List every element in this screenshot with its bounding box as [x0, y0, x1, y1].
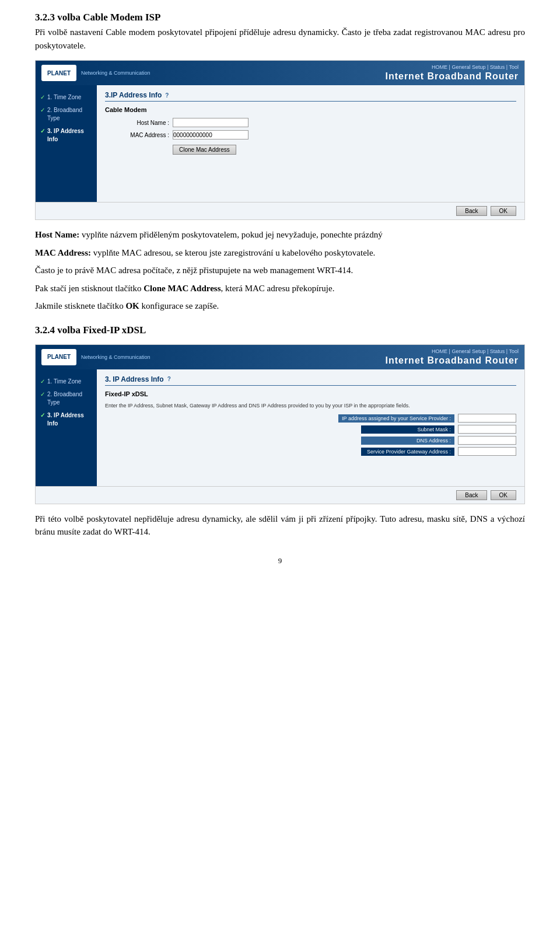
desc-mac: MAC Address: vyplňte MAC adresou, se kte…: [35, 246, 525, 260]
para4-pre: Pak stačí jen stisknout tlačítko: [35, 284, 144, 293]
content-title-1: 3.IP Address Info ?: [105, 91, 516, 102]
form-row-mac: MAC Address :: [105, 130, 516, 139]
mac-label: MAC Address :: [105, 132, 169, 138]
router-sidebar-2: ✓ 1. Time Zone ✓ 2. Broadband Type ✓ 3. …: [36, 369, 97, 486]
sidebar-item-timezone-2: ✓ 1. Time Zone: [36, 375, 97, 388]
router-screenshot-2: PLANET Networking & Communication HOME |…: [35, 344, 525, 504]
para4: Pak stačí jen stisknout tlačítko Clone M…: [35, 282, 525, 295]
check-ipinfo-1: ✓: [40, 127, 45, 135]
hostname-desc: vyplňte názvem přiděleným poskytovatelem…: [79, 230, 382, 239]
form-row-hostname: Host Name :: [105, 118, 516, 127]
ip-form-row-1: IP address assigned by your Service Prov…: [105, 414, 516, 423]
sidebar-label-ipinfo-1: 3. IP Address Info: [47, 127, 92, 144]
ip-form-row-2: Subnet Mask :: [105, 425, 516, 434]
ip-label-3: DNS Address :: [361, 437, 454, 445]
logo-area-1: PLANET Networking & Communication: [41, 65, 150, 81]
hostname-input[interactable]: [173, 118, 249, 127]
mac-term: MAC Address:: [35, 248, 91, 257]
sidebar-item-broadband-2: ✓ 2. Broadband Type: [36, 388, 97, 409]
content-description-2: Enter the IP Address, Subnet Mask, Gatew…: [105, 402, 516, 410]
sidebar-label-broadband-2: 2. Broadband Type: [47, 390, 92, 407]
logo-subtext-1: Networking & Communication: [81, 70, 150, 76]
para5-rest: konfigurace se zapíše.: [139, 301, 219, 310]
hostname-label: Host Name :: [105, 120, 169, 126]
router-screenshot-1: PLANET Networking & Communication HOME |…: [35, 60, 525, 220]
logo-area-2: PLANET Networking & Communication: [41, 349, 150, 365]
form-row-clone: Clone Mac Address: [105, 142, 516, 155]
para5-bold: OK: [125, 301, 139, 310]
para5: Jakmile stisknete tlačítko OK konfigurac…: [35, 299, 525, 313]
hostname-term: Host Name:: [35, 230, 79, 239]
ip-input-3[interactable]: [458, 436, 516, 445]
para4-rest: , která MAC adresu překopíruje.: [220, 284, 334, 293]
content-title-text-2: 3. IP Address Info: [105, 375, 164, 383]
content-title-2: 3. IP Address Info ?: [105, 375, 516, 386]
router-content-2: 3. IP Address Info ? Fixed-IP xDSL Enter…: [97, 369, 524, 486]
ip-form-row-3: DNS Address :: [105, 436, 516, 445]
router-body-1: ✓ 1. Time Zone ✓ 2. Broadband Type ✓ 3. …: [36, 85, 524, 202]
router-header-1: PLANET Networking & Communication HOME |…: [36, 61, 524, 85]
sidebar-item-ipinfo-1: ✓ 3. IP Address Info: [36, 125, 97, 146]
section-heading-1: 3.2.3 volba Cable Modem ISP: [35, 12, 525, 23]
sidebar-label-broadband-1: 2. Broadband Type: [47, 106, 92, 123]
check-timezone-1: ✓: [40, 93, 45, 102]
section2-para1: Při této volbě poskytovatel nepřiděluje …: [35, 512, 525, 539]
content-subtitle-2: Fixed-IP xDSL: [105, 390, 516, 397]
ip-input-4[interactable]: [458, 447, 516, 456]
logo-text-1: PLANET: [47, 70, 71, 76]
back-button-1[interactable]: Back: [456, 206, 487, 216]
section-heading-2: 3.2.4 volba Fixed-IP xDSL: [35, 324, 525, 336]
ok-button-1[interactable]: OK: [491, 206, 516, 216]
check-ipinfo-2: ✓: [40, 411, 45, 420]
page-number: 9: [35, 556, 525, 566]
router-footer-1: Back OK: [36, 202, 524, 219]
header-right-1: HOME | General Setup | Status | Tool Int…: [385, 64, 519, 82]
sidebar-label-timezone-1: 1. Time Zone: [47, 93, 81, 102]
router-title-2: Internet Broadband Router: [385, 355, 519, 366]
ip-label-1: IP address assigned by your Service Prov…: [338, 414, 454, 423]
desc-hostname: Host Name: vyplňte názvem přiděleným pos…: [35, 228, 525, 242]
mac-input[interactable]: [173, 130, 249, 139]
ip-form-row-4: Service Provider Gateway Address :: [105, 447, 516, 456]
help-icon-2: ?: [167, 376, 171, 382]
ok-button-2[interactable]: OK: [491, 490, 516, 500]
para5-pre: Jakmile stisknete tlačítko: [35, 301, 125, 310]
ip-input-1[interactable]: [458, 414, 516, 423]
logo-subtext-2: Networking & Communication: [81, 354, 150, 360]
router-header-2: PLANET Networking & Communication HOME |…: [36, 345, 524, 369]
router-content-1: 3.IP Address Info ? Cable Modem Host Nam…: [97, 85, 524, 202]
ip-input-2[interactable]: [458, 425, 516, 434]
nav-links-2: HOME | General Setup | Status | Tool: [385, 348, 519, 354]
back-button-2[interactable]: Back: [456, 490, 487, 500]
check-timezone-2: ✓: [40, 378, 45, 386]
section1-intro: Při volbě nastavení Cable modem poskytov…: [35, 26, 525, 52]
ip-label-2: Subnet Mask :: [361, 425, 454, 434]
check-broadband-2: ✓: [40, 390, 45, 399]
content-title-text-1: 3.IP Address Info: [105, 91, 162, 99]
router-body-2: ✓ 1. Time Zone ✓ 2. Broadband Type ✓ 3. …: [36, 369, 524, 486]
logo-text-2: PLANET: [47, 354, 71, 360]
router-sidebar-1: ✓ 1. Time Zone ✓ 2. Broadband Type ✓ 3. …: [36, 85, 97, 202]
planet-logo-2: PLANET: [41, 349, 76, 365]
check-broadband-1: ✓: [40, 106, 45, 114]
planet-logo-1: PLANET: [41, 65, 76, 81]
sidebar-item-broadband-1: ✓ 2. Broadband Type: [36, 104, 97, 125]
nav-links-1: HOME | General Setup | Status | Tool: [385, 64, 519, 70]
header-right-2: HOME | General Setup | Status | Tool Int…: [385, 348, 519, 366]
router-footer-2: Back OK: [36, 486, 524, 504]
sidebar-item-timezone-1: ✓ 1. Time Zone: [36, 91, 97, 104]
mac-desc: vyplňte MAC adresou, se kterou jste zare…: [91, 248, 375, 257]
clone-mac-button[interactable]: Clone Mac Address: [173, 145, 236, 155]
sidebar-item-ipinfo-2: ✓ 3. IP Address Info: [36, 409, 97, 430]
para3: Často je to právě MAC adresa počítače, z…: [35, 264, 525, 277]
router-title-1: Internet Broadband Router: [385, 71, 519, 82]
para4-bold: Clone MAC Address: [144, 284, 220, 293]
sidebar-label-ipinfo-2: 3. IP Address Info: [47, 411, 92, 428]
content-subtitle-1: Cable Modem: [105, 106, 516, 113]
help-icon-1: ?: [165, 92, 169, 99]
sidebar-label-timezone-2: 1. Time Zone: [47, 378, 81, 386]
ip-label-4: Service Provider Gateway Address :: [361, 448, 454, 456]
